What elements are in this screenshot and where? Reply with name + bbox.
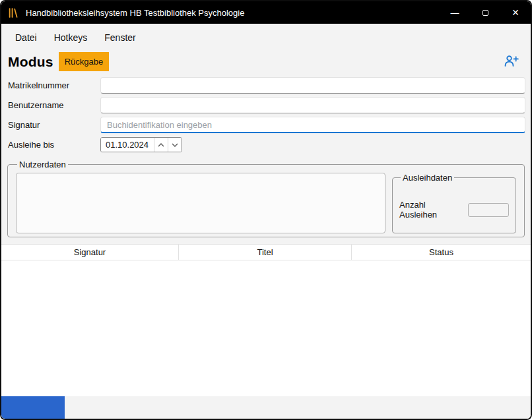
signatur-label: Signatur bbox=[8, 120, 100, 130]
matrikelnummer-row: Matrikelnummer bbox=[8, 77, 531, 94]
minimize-button[interactable]: — bbox=[440, 1, 470, 24]
app-window: Handbibliotheksleihsystem HB Testbibliot… bbox=[0, 0, 532, 420]
minimize-icon: — bbox=[451, 9, 459, 17]
ausleihdaten-groupbox: Ausleihdaten Anzahl Ausleihen bbox=[392, 173, 516, 233]
add-user-icon[interactable] bbox=[504, 55, 519, 69]
menu-bar: Datei Hotkeys Fenster bbox=[1, 24, 531, 50]
maximize-button[interactable] bbox=[470, 1, 500, 24]
menu-item-hotkeys[interactable]: Hotkeys bbox=[46, 28, 96, 47]
nutzerdaten-groupbox: Nutzerdaten Ausleihdaten Anzahl Ausleihe… bbox=[7, 160, 525, 237]
ausleihe-bis-label: Ausleihe bis bbox=[8, 140, 100, 150]
chevron-down-icon bbox=[172, 143, 178, 147]
signatur-input[interactable] bbox=[100, 117, 525, 133]
ausleihe-bis-row: Ausleihe bis bbox=[8, 136, 531, 153]
anzahl-ausleihen-row: Anzahl Ausleihen bbox=[399, 200, 509, 220]
date-decrement-button[interactable] bbox=[168, 138, 182, 152]
table-header-signatur[interactable]: Signatur bbox=[1, 245, 179, 260]
due-date-input[interactable] bbox=[101, 138, 154, 152]
close-icon: × bbox=[512, 7, 519, 18]
anzahl-ausleihen-input[interactable] bbox=[468, 203, 509, 217]
modus-label: Modus bbox=[8, 54, 53, 70]
benutzername-input[interactable] bbox=[100, 97, 525, 113]
close-button[interactable]: × bbox=[500, 1, 531, 24]
matrikelnummer-input[interactable] bbox=[100, 77, 525, 94]
nutzerdaten-textarea[interactable] bbox=[16, 173, 385, 233]
title-bar: Handbibliotheksleihsystem HB Testbibliot… bbox=[1, 1, 531, 24]
chevron-up-icon bbox=[158, 143, 164, 147]
horizontal-scrollbar-thumb[interactable] bbox=[1, 396, 65, 419]
signatur-row: Signatur bbox=[8, 117, 531, 133]
window-controls: — × bbox=[440, 1, 531, 24]
menu-item-datei[interactable]: Datei bbox=[7, 28, 46, 47]
modus-row: Modus Rückgabe bbox=[1, 50, 531, 77]
benutzername-label: Benutzername bbox=[8, 100, 100, 110]
due-date-spinbox[interactable] bbox=[100, 137, 182, 152]
anzahl-ausleihen-label: Anzahl Ausleihen bbox=[399, 200, 463, 220]
loans-table: Signatur Titel Status bbox=[1, 244, 531, 419]
horizontal-scrollbar[interactable] bbox=[1, 396, 531, 419]
benutzername-row: Benutzername bbox=[8, 97, 531, 113]
menu-item-fenster[interactable]: Fenster bbox=[96, 28, 144, 47]
table-header-titel[interactable]: Titel bbox=[179, 245, 352, 260]
date-increment-button[interactable] bbox=[154, 138, 168, 152]
maximize-icon bbox=[482, 10, 488, 16]
app-logo-icon bbox=[8, 7, 20, 18]
table-header-status[interactable]: Status bbox=[352, 245, 531, 260]
nutzerdaten-title: Nutzerdaten bbox=[17, 160, 68, 169]
matrikelnummer-label: Matrikelnummer bbox=[8, 80, 100, 90]
mode-rueckgabe-button[interactable]: Rückgabe bbox=[59, 52, 110, 71]
table-body bbox=[1, 260, 531, 396]
table-header-row: Signatur Titel Status bbox=[1, 245, 531, 260]
lending-form: Matrikelnummer Benutzername Signatur Aus… bbox=[1, 77, 531, 153]
ausleihdaten-title: Ausleihdaten bbox=[401, 173, 454, 183]
window-title: Handbibliotheksleihsystem HB Testbibliot… bbox=[26, 8, 244, 18]
